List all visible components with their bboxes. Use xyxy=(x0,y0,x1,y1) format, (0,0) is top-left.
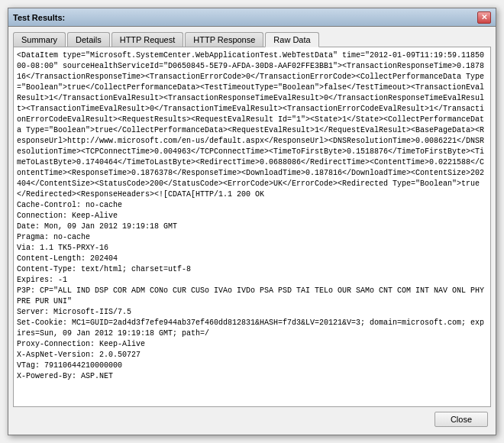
raw-data-content[interactable]: <DataItem type="Microsoft.SystemCenter.W… xyxy=(14,47,490,406)
tab-raw-data[interactable]: Raw Data xyxy=(265,32,318,47)
title-bar-close-button[interactable]: ✕ xyxy=(477,11,491,24)
tab-bar: Summary Details HTTP Request HTTP Respon… xyxy=(13,31,491,47)
dialog-title: Test Results: xyxy=(13,13,65,22)
tab-http-request[interactable]: HTTP Request xyxy=(111,32,184,47)
tab-content-area: <DataItem type="Microsoft.SystemCenter.W… xyxy=(13,47,491,407)
tab-summary[interactable]: Summary xyxy=(13,32,66,47)
tab-http-response[interactable]: HTTP Response xyxy=(185,32,263,47)
dialog-content: Summary Details HTTP Request HTTP Respon… xyxy=(8,27,496,435)
test-results-dialog: Test Results: ✕ Summary Details HTTP Req… xyxy=(8,8,496,435)
close-button[interactable]: Close xyxy=(435,412,488,427)
tab-details[interactable]: Details xyxy=(67,32,110,47)
bottom-bar: Close xyxy=(13,407,491,430)
title-bar: Test Results: ✕ xyxy=(8,8,496,27)
